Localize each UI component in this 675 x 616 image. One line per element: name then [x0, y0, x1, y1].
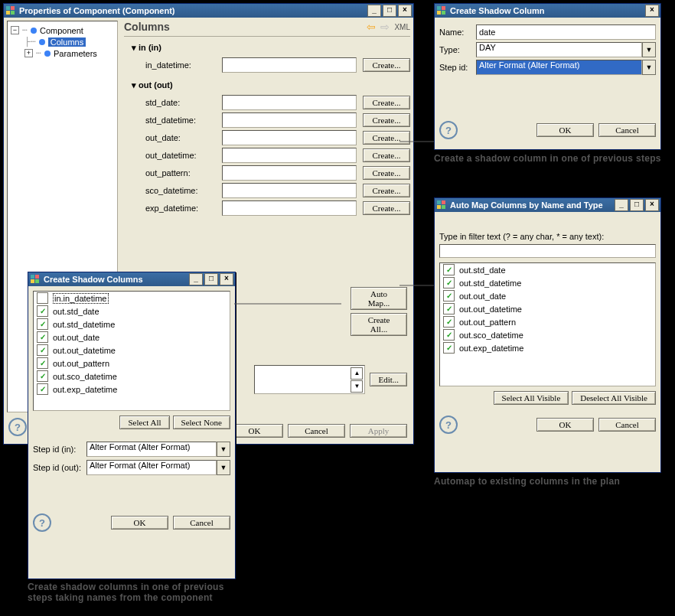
checkbox-icon[interactable] — [443, 303, 455, 315]
checkbox-icon[interactable] — [443, 264, 455, 275]
help-icon[interactable]: ? — [439, 121, 458, 139]
csc-listbox[interactable]: in.in_datetimeout.std_dateout.std_dateti… — [33, 291, 230, 411]
chevron-down-icon[interactable]: ▼ — [217, 460, 230, 475]
help-icon[interactable]: ? — [8, 418, 27, 436]
list-item[interactable]: out.out_datetime — [440, 302, 655, 315]
list-item[interactable]: out.out_date — [34, 331, 230, 344]
field-input[interactable] — [222, 183, 357, 198]
close-button[interactable]: × — [645, 5, 659, 17]
help-icon[interactable]: ? — [439, 416, 458, 434]
list-item[interactable]: out.out_pattern — [34, 357, 230, 370]
field-input[interactable] — [222, 148, 357, 163]
checkbox-icon[interactable] — [37, 357, 48, 369]
field-input[interactable] — [222, 112, 357, 128]
select-all-visible-button[interactable]: Select All Visible — [494, 391, 569, 405]
cancel-button[interactable]: Cancel — [173, 516, 230, 530]
tree-item-columns[interactable]: ├┄ Columns — [11, 36, 114, 47]
list-item[interactable]: out.sco_datetime — [34, 370, 230, 383]
group-in[interactable]: ▾ in (in) — [132, 43, 410, 53]
help-icon[interactable]: ? — [33, 513, 51, 532]
filter-input[interactable] — [439, 244, 656, 258]
automap-button[interactable]: Auto Map... — [351, 287, 407, 310]
minimize-button[interactable]: _ — [615, 199, 628, 211]
apply-button[interactable]: Apply — [350, 424, 407, 438]
xml-link[interactable]: XML — [394, 23, 410, 31]
cancel-button[interactable]: Cancel — [288, 424, 345, 438]
cancel-button[interactable]: Cancel — [598, 418, 656, 432]
create-button[interactable]: Create... — [363, 166, 410, 180]
maximize-button[interactable]: □ — [383, 5, 396, 17]
close-button[interactable]: × — [220, 273, 233, 285]
createall-button[interactable]: Create All... — [351, 313, 407, 336]
list-item[interactable]: out.exp_datetime — [34, 383, 230, 396]
list-item[interactable]: out.std_datetime — [34, 318, 230, 331]
list-item[interactable]: out.out_datetime — [34, 344, 230, 357]
field-input[interactable] — [222, 57, 357, 73]
create-button[interactable]: Create... — [363, 58, 410, 72]
list-item[interactable]: in.in_datetime — [34, 292, 230, 305]
ok-button[interactable]: OK — [111, 516, 168, 530]
create-button[interactable]: Create... — [363, 96, 410, 109]
ok-button[interactable]: OK — [536, 123, 594, 137]
close-button[interactable]: × — [645, 199, 659, 211]
field-input[interactable] — [222, 130, 357, 145]
checkbox-icon[interactable] — [37, 383, 48, 395]
select-none-button[interactable]: Select None — [173, 416, 230, 429]
field-input[interactable] — [222, 200, 357, 216]
spin-down-icon[interactable]: ▼ — [351, 380, 363, 393]
list-item[interactable]: out.std_datetime — [440, 276, 655, 289]
chevron-down-icon[interactable]: ▼ — [217, 442, 230, 457]
list-item[interactable]: out.std_date — [34, 305, 230, 318]
tree-item-parameters[interactable]: + ┄ Parameters — [11, 47, 114, 59]
amc-listbox[interactable]: out.std_dateout.std_datetimeout.out_date… — [439, 262, 656, 386]
collapse-icon[interactable]: − — [11, 26, 19, 34]
checkbox-icon[interactable] — [443, 290, 455, 301]
create-button[interactable]: Create... — [363, 113, 410, 127]
list-item[interactable]: out.exp_datetime — [440, 341, 655, 354]
step-out-combo[interactable]: Alter Format (Alter Format)▼ — [86, 460, 230, 475]
checkbox-icon[interactable] — [37, 305, 48, 317]
tree-root[interactable]: − ┄ Component — [11, 24, 114, 36]
list-item[interactable]: out.out_date — [440, 289, 655, 302]
expand-icon[interactable]: + — [24, 49, 33, 57]
checkbox-icon[interactable] — [37, 331, 48, 343]
list-item[interactable]: out.std_date — [440, 263, 655, 276]
maximize-button[interactable]: □ — [204, 273, 218, 285]
checkbox-icon[interactable] — [443, 342, 455, 354]
close-button[interactable]: × — [398, 5, 412, 17]
create-button[interactable]: Create... — [363, 184, 410, 197]
checkbox-icon[interactable] — [443, 277, 455, 288]
ok-button[interactable]: OK — [536, 418, 594, 432]
create-button[interactable]: Create... — [363, 131, 410, 145]
edit-button[interactable]: Edit... — [370, 373, 407, 386]
checkbox-icon[interactable] — [37, 318, 48, 330]
field-input[interactable] — [222, 165, 357, 181]
list-item[interactable]: out.out_pattern — [440, 315, 655, 328]
select-all-button[interactable]: Select All — [119, 416, 169, 429]
minimize-button[interactable]: _ — [189, 273, 203, 285]
checkbox-icon[interactable] — [443, 316, 455, 328]
checkbox-icon[interactable] — [37, 370, 48, 382]
listbox-area[interactable]: ▲ ▼ — [254, 365, 365, 394]
checkbox-icon[interactable] — [37, 344, 48, 356]
step-in-combo[interactable]: Alter Format (Alter Format)▼ — [86, 442, 230, 457]
cancel-button[interactable]: Cancel — [598, 123, 656, 137]
type-combo[interactable]: DAY▼ — [476, 42, 656, 57]
checkbox-icon[interactable] — [443, 329, 455, 341]
checkbox-icon[interactable] — [37, 292, 48, 304]
group-out[interactable]: ▾ out (out) — [132, 80, 410, 90]
maximize-button[interactable]: □ — [630, 199, 644, 211]
chevron-down-icon[interactable]: ▼ — [642, 60, 656, 75]
list-item[interactable]: out.sco_datetime — [440, 328, 655, 341]
name-input[interactable] — [476, 24, 656, 40]
deselect-all-visible-button[interactable]: Deselect All Visible — [572, 391, 656, 405]
create-button[interactable]: Create... — [363, 148, 410, 162]
field-input[interactable] — [222, 95, 357, 110]
step-combo[interactable]: Alter Format (Alter Format)▼ — [476, 60, 656, 75]
minimize-button[interactable]: _ — [367, 5, 381, 17]
chevron-down-icon[interactable]: ▼ — [642, 42, 656, 57]
create-button[interactable]: Create... — [363, 201, 410, 215]
back-arrow-icon[interactable]: ⇦ — [367, 21, 376, 33]
forward-arrow-icon[interactable]: ⇨ — [380, 21, 390, 33]
spin-up-icon[interactable]: ▲ — [351, 367, 363, 380]
